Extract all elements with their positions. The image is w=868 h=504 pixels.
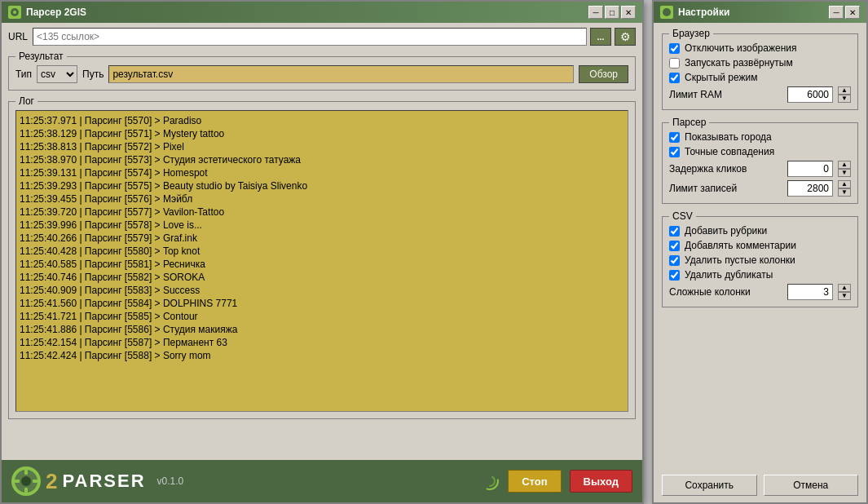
record-limit-label: Лимит записей	[669, 183, 782, 194]
type-select[interactable]: csv	[37, 65, 77, 83]
settings-app-icon	[660, 6, 673, 19]
ram-limit-up[interactable]: ▲	[838, 86, 851, 95]
svg-rect-5	[24, 488, 28, 493]
complex-columns-row: Сложные колонки ▲ ▼	[669, 284, 851, 300]
click-delay-input[interactable]	[787, 161, 833, 177]
stop-button[interactable]: Стоп	[508, 470, 561, 493]
click-delay-down[interactable]: ▼	[838, 169, 851, 177]
svg-rect-7	[33, 480, 37, 483]
browser-legend: Браузер	[669, 28, 713, 39]
log-line: 11:25:39.720 | Парсинг [5577] > Vavilon-…	[20, 206, 624, 219]
url-settings-button[interactable]: ⚙	[615, 28, 636, 46]
delete-empty-columns-checkbox[interactable]	[669, 255, 680, 266]
complex-columns-up[interactable]: ▲	[838, 284, 851, 292]
main-window: Парсер 2GIS ─ □ ✕ URL ... ⚙ Результат Ти…	[0, 0, 644, 504]
record-limit-up[interactable]: ▲	[838, 180, 851, 188]
hidden-mode-label: Скрытый режим	[685, 72, 758, 83]
cancel-button[interactable]: Отмена	[764, 475, 859, 496]
url-label: URL	[8, 31, 29, 42]
log-line: 11:25:39.131 | Парсинг [5574] > Homespot	[20, 166, 624, 179]
result-fieldset: Результат Тип csv Путь Обзор	[8, 51, 636, 91]
launch-expanded-checkbox[interactable]	[669, 58, 680, 69]
click-delay-row: Задержка кликов ▲ ▼	[669, 161, 851, 177]
delete-duplicates-checkbox[interactable]	[669, 270, 680, 281]
gear-icon	[11, 466, 41, 496]
svg-point-1	[13, 11, 16, 14]
settings-window-title: Настройки	[678, 7, 729, 18]
title-bar-buttons: ─ □ ✕	[588, 6, 636, 19]
record-limit-input[interactable]	[787, 180, 833, 197]
parser-fieldset: Парсер Показывать города Точные совпаден…	[662, 117, 858, 204]
disable-images-row: Отключить изображения	[669, 42, 851, 54]
ram-limit-spinners: ▲ ▼	[838, 86, 851, 103]
app-icon	[8, 6, 21, 19]
show-cities-label: Показывать города	[685, 131, 772, 143]
show-cities-row: Показывать города	[669, 131, 851, 143]
exact-matches-checkbox[interactable]	[669, 147, 680, 157]
logo-parser: PARSER	[62, 471, 145, 492]
logo-2: 2	[46, 469, 57, 494]
path-input[interactable]	[108, 65, 574, 83]
record-limit-down[interactable]: ▼	[838, 188, 851, 197]
save-button[interactable]: Сохранить	[662, 475, 757, 496]
add-comments-checkbox[interactable]	[669, 241, 680, 251]
log-line: 11:25:38.129 | Парсинг [5571] > Mystery …	[20, 127, 624, 140]
ram-limit-row: Лимит RAM ▲ ▼	[669, 86, 851, 103]
click-delay-up[interactable]: ▲	[838, 161, 851, 169]
browser-fieldset: Браузер Отключить изображения Запускать …	[662, 28, 858, 110]
launch-expanded-label: Запускать развёрнутым	[685, 57, 793, 69]
log-line: 11:25:39.996 | Парсинг [5578] > Love is.…	[20, 219, 624, 232]
settings-title-left: Настройки	[660, 6, 729, 19]
svg-point-9	[485, 476, 495, 486]
disable-images-checkbox[interactable]	[669, 43, 680, 54]
settings-close-button[interactable]: ✕	[845, 6, 860, 19]
add-categories-row: Добавить рубрики	[669, 225, 851, 237]
log-line: 11:25:41.886 | Парсинг [5586] > Студия м…	[20, 323, 624, 336]
type-label: Тип	[15, 69, 32, 80]
disable-images-label: Отключить изображения	[685, 42, 796, 54]
url-input[interactable]	[33, 28, 587, 46]
url-row: URL ... ⚙	[8, 28, 636, 46]
svg-point-10	[663, 8, 671, 16]
minimize-button[interactable]: ─	[588, 6, 603, 19]
click-delay-spinners: ▲ ▼	[838, 161, 851, 177]
log-content[interactable]: 11:25:37.971 | Парсинг [5570] > Paradiso…	[15, 110, 628, 412]
log-line: 11:25:40.585 | Парсинг [5581] > Ресничка	[20, 258, 624, 271]
complex-columns-input[interactable]	[787, 284, 833, 300]
add-categories-checkbox[interactable]	[669, 226, 680, 237]
exact-matches-row: Точные совпадения	[669, 146, 851, 157]
close-button[interactable]: ✕	[621, 6, 636, 19]
url-dots-button[interactable]: ...	[590, 28, 611, 46]
delete-empty-columns-label: Удалить пустые колонки	[685, 254, 795, 266]
ram-limit-label: Лимит RAM	[669, 89, 782, 100]
ram-limit-input[interactable]	[787, 86, 833, 103]
log-legend: Лог	[15, 95, 37, 107]
svg-rect-4	[24, 470, 28, 475]
log-line: 11:25:40.746 | Парсинг [5582] > SOROKA	[20, 271, 624, 284]
title-bar-left: Парсер 2GIS	[8, 6, 86, 19]
spinner-icon	[480, 471, 500, 491]
settings-title-buttons: ─ ✕	[829, 6, 860, 19]
delete-duplicates-label: Удалить дубликаты	[685, 269, 773, 281]
delete-duplicates-row: Удалить дубликаты	[669, 269, 851, 281]
hidden-mode-checkbox[interactable]	[669, 73, 680, 83]
click-delay-label: Задержка кликов	[669, 163, 782, 175]
maximize-button[interactable]: □	[605, 6, 619, 19]
csv-fieldset: CSV Добавить рубрики Добавлять комментар…	[662, 210, 858, 307]
logo-version: v0.1.0	[157, 475, 184, 487]
result-row: Тип csv Путь Обзор	[15, 65, 628, 83]
log-line: 11:25:40.909 | Парсинг [5583] > Success	[20, 284, 624, 297]
log-line: 11:25:41.560 | Парсинг [5584] > DOLPHINS…	[20, 297, 624, 310]
browse-button[interactable]: Обзор	[579, 65, 628, 83]
exit-button[interactable]: Выход	[570, 470, 632, 493]
ram-limit-down[interactable]: ▼	[838, 95, 851, 103]
log-fieldset: Лог 11:25:37.971 | Парсинг [5570] > Para…	[8, 95, 636, 419]
delete-empty-columns-row: Удалить пустые колонки	[669, 254, 851, 266]
log-line: 11:25:39.455 | Парсинг [5576] > Мэйбл	[20, 192, 624, 206]
result-legend: Результат	[15, 51, 67, 62]
complex-columns-down[interactable]: ▼	[838, 292, 851, 300]
record-limit-row: Лимит записей ▲ ▼	[669, 180, 851, 197]
settings-minimize-button[interactable]: ─	[829, 6, 844, 19]
parser-legend: Парсер	[669, 117, 709, 128]
show-cities-checkbox[interactable]	[669, 132, 680, 143]
